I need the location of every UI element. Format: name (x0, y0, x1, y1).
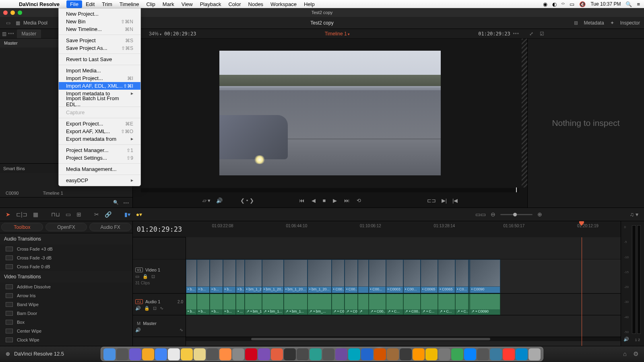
fx-item[interactable]: Band Wipe (0, 300, 132, 309)
track-auto-icon[interactable]: ⊡ (151, 274, 155, 279)
inspector-label[interactable]: Inspector (620, 20, 640, 26)
dock-app-icon[interactable] (284, 348, 296, 360)
layout-icon[interactable]: ▭ (4, 19, 12, 27)
menu-edit[interactable]: Edit (82, 0, 98, 8)
dock-app-icon[interactable] (297, 348, 309, 360)
viewer-options-icon[interactable]: ••• (513, 31, 519, 37)
track-display-icon[interactable]: ▭ (135, 274, 139, 279)
video-clip[interactable] (358, 259, 369, 293)
timeline-timecode[interactable]: 01:20:29:23 (133, 225, 186, 233)
apple-icon[interactable] (4, 3, 11, 5)
menu-item[interactable]: New Timeline...⌘N (59, 25, 140, 33)
video-clip[interactable]: • C00... (332, 259, 345, 293)
menu-view[interactable]: View (178, 0, 196, 8)
dock-app-icon[interactable] (451, 348, 463, 360)
tab-openfx[interactable]: OpenFX (45, 223, 87, 231)
menu-playback[interactable]: Playback (196, 0, 225, 8)
menu-nodes[interactable]: Nodes (245, 0, 267, 8)
video-clip[interactable]: • bm_1_20... (262, 259, 284, 293)
dock-app-icon[interactable] (322, 348, 334, 360)
music-icon[interactable]: ♫ ▾ (630, 211, 638, 218)
menu-file[interactable]: File (66, 0, 82, 8)
dock-app-icon[interactable] (194, 348, 206, 360)
zoom-button[interactable] (18, 10, 22, 15)
menu-mark[interactable]: Mark (159, 0, 178, 8)
menu-item[interactable]: Media Management... (59, 165, 140, 173)
zoom-pct[interactable]: 34% (149, 31, 159, 37)
audio-clip[interactable]: • ... (236, 294, 245, 315)
search-icon[interactable]: 🔍 (625, 1, 632, 7)
status-icon-2[interactable]: ◐ (552, 1, 557, 7)
dock-app-icon[interactable] (374, 348, 386, 360)
audio-clip[interactable]: ↗ • C... (421, 294, 438, 315)
audio-clip[interactable]: ↗ • C00... (369, 294, 386, 315)
menu-item[interactable]: easyDCP (59, 177, 140, 184)
audio-clip[interactable]: • b... (186, 294, 197, 315)
video-clip[interactable]: • C0065 (438, 259, 455, 293)
menu-clip[interactable]: Clip (142, 0, 159, 8)
track-head-a1[interactable]: A1Audio 12.0 🔊🔒⊡∿ (133, 294, 186, 315)
menu-item[interactable]: Export metadata from (59, 135, 140, 143)
mute-icon[interactable]: 🔊 (135, 306, 141, 311)
video-clip[interactable]: • C0... (455, 259, 468, 293)
dock-app-icon[interactable] (361, 348, 373, 360)
dock-app-icon[interactable] (516, 348, 528, 360)
audio-clip[interactable]: ↗ • bm_... (308, 294, 331, 315)
track-head-master[interactable]: MMaster 🔊∿ (133, 315, 186, 337)
prev-icon[interactable]: |◀ (452, 197, 458, 204)
fx-item[interactable]: Clock Wipe (0, 335, 132, 344)
dock-app-icon[interactable] (503, 348, 515, 360)
master-tab[interactable]: Master (17, 29, 41, 38)
app-name[interactable]: DaVinci Resolve (15, 0, 63, 8)
audio-clip[interactable]: ↗ • bm_1... (262, 294, 284, 315)
trim-tool-icon[interactable]: ⊏|⊐ (16, 211, 27, 218)
next-icon[interactable]: ▶| (442, 197, 447, 204)
match-frame-icon[interactable]: ⊏⊐ (427, 197, 436, 204)
metadata-icon[interactable]: ⊞ (572, 19, 580, 27)
menu-timeline[interactable]: Timeline (116, 0, 143, 8)
inspector-icon[interactable]: ✦ (608, 19, 616, 27)
video-clip[interactable]: • bm_1_20... (284, 259, 308, 293)
video-clip[interactable]: • b... (186, 259, 197, 293)
audio-clip[interactable]: • b... (223, 294, 236, 315)
dock-app-icon[interactable] (155, 348, 167, 360)
prev-edit-icon[interactable]: ❮ • ❯ (240, 197, 254, 204)
tab-audiofx[interactable]: Audio FX (89, 223, 131, 231)
clock[interactable]: Tue 10:37 PM (590, 1, 621, 7)
menu-item[interactable]: Project Settings...⇧9 (59, 154, 140, 162)
first-frame-icon[interactable]: ⏮ (299, 197, 304, 204)
menu-trim[interactable]: Trim (98, 0, 116, 8)
track-lock-icon[interactable]: 🔒 (142, 274, 148, 279)
dock-app-icon[interactable] (142, 348, 154, 360)
mac-dock[interactable] (101, 347, 543, 361)
playhead-line[interactable] (582, 237, 582, 346)
video-clip[interactable]: • C0003 (386, 259, 403, 293)
master-mute-icon[interactable]: 🔊 (135, 327, 141, 333)
settings-icon[interactable]: ⚙ (633, 350, 638, 358)
menu-item[interactable]: Save Project⌘S (59, 37, 140, 44)
transform-icon[interactable]: ▱ ▾ (202, 197, 211, 204)
dock-app-icon[interactable] (464, 348, 476, 360)
audio-clip[interactable]: ↗ • C0... (345, 294, 357, 315)
clip-name-1[interactable]: C0090 (6, 191, 19, 195)
audio-clip[interactable]: • b... (197, 294, 210, 315)
audio-clip[interactable]: • b... (210, 294, 223, 315)
menu-item[interactable]: Import Media... (59, 67, 140, 74)
check-icon[interactable]: ☑ (538, 30, 546, 38)
dock-app-icon[interactable] (271, 348, 283, 360)
insert-icon[interactable]: ⊓⊔ (51, 211, 60, 218)
video-clip[interactable]: • b... (236, 259, 245, 293)
fx-item[interactable]: Cross Fade 0 dB (0, 262, 132, 271)
tab-toolbox[interactable]: Toolbox (1, 223, 43, 231)
audio-clip[interactable]: ↗ • C... (455, 294, 468, 315)
overwrite-icon[interactable]: ▭ (66, 211, 71, 218)
menu-item[interactable]: Import Batch List From EDL... (59, 97, 140, 105)
minimize-button[interactable] (10, 10, 15, 15)
lock-icon[interactable]: 🔒 (144, 306, 150, 311)
video-clip[interactable]: • C00... (345, 259, 357, 293)
menu-icon[interactable]: ≡ (637, 1, 640, 7)
dock-app-icon[interactable] (477, 348, 489, 360)
dock-app-icon[interactable] (245, 348, 257, 360)
timeline-dropdown[interactable]: Timeline 1 (325, 31, 350, 37)
video-clip[interactable]: • bm_1_201... (245, 259, 262, 293)
